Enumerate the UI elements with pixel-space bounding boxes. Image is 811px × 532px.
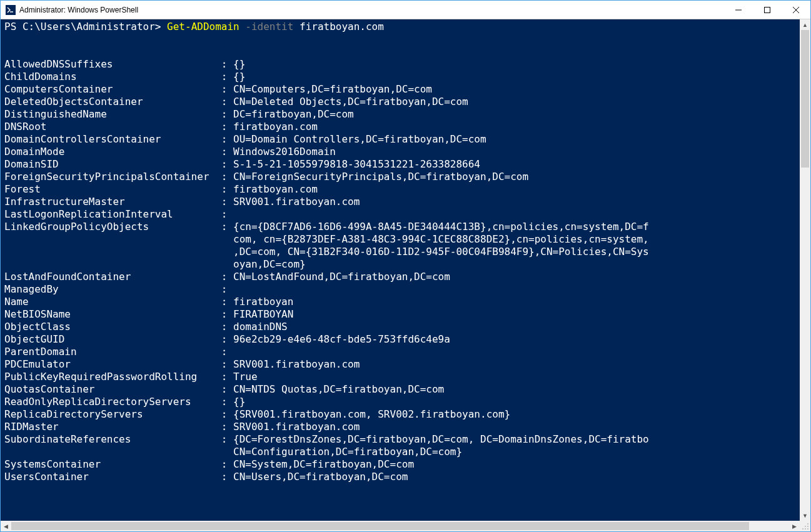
property-row: QuotasContainer : CN=NTDS Quotas,DC=fira…	[4, 383, 444, 395]
property-row: SubordinateReferences : {DC=ForestDnsZon…	[4, 433, 649, 445]
scroll-down-button[interactable]: ▼	[800, 510, 810, 521]
property-row-continuation: CN=Configuration,DC=firatboyan,DC=com}	[4, 446, 462, 458]
property-row: DomainMode : Windows2016Domain	[4, 146, 336, 158]
window-controls	[724, 1, 810, 19]
property-row: DistinguishedName : DC=firatboyan,DC=com	[4, 108, 354, 120]
property-row: PublicKeyRequiredPasswordRolling : True	[4, 371, 258, 383]
minimize-button[interactable]	[724, 1, 753, 19]
vertical-scrollbar[interactable]: ▲ ▼	[800, 19, 810, 521]
property-row: ParentDomain :	[4, 346, 233, 358]
property-row: Forest : firatboyan.com	[4, 183, 318, 195]
scroll-right-button[interactable]: ▶	[789, 521, 800, 531]
property-row: RIDMaster : SRV001.firatboyan.com	[4, 421, 360, 433]
horizontal-scroll-track[interactable]	[11, 521, 789, 531]
property-row: DomainSID : S-1-5-21-1055979818-30415312…	[4, 158, 480, 170]
window-titlebar: Administrator: Windows PowerShell	[1, 1, 810, 19]
scroll-up-button[interactable]: ▲	[800, 19, 810, 30]
prompt-argument: firatboyan.com	[300, 21, 384, 33]
property-row-continuation: ,DC=com, CN={31B2F340-016D-11D2-945F-00C…	[4, 246, 649, 258]
close-button[interactable]	[782, 1, 810, 19]
scroll-left-button[interactable]: ◀	[1, 521, 11, 531]
property-row: ComputersContainer : CN=Computers,DC=fir…	[4, 83, 432, 95]
property-row: ChildDomains : {}	[4, 71, 245, 83]
prompt-parameter: -identit	[239, 21, 300, 33]
property-row: LastLogonReplicationInterval :	[4, 208, 233, 220]
maximize-button[interactable]	[753, 1, 782, 19]
property-row: LinkedGroupPolicyObjects : {cn={D8CF7AD6…	[4, 221, 649, 233]
property-row: ObjectGUID : 96e2cb29-e4e6-48cf-bde5-753…	[4, 333, 450, 345]
property-row-continuation: oyan,DC=com}	[4, 258, 306, 270]
property-row: ForeignSecurityPrincipalsContainer : CN=…	[4, 171, 528, 183]
svg-rect-2	[765, 7, 770, 13]
property-row: DomainControllersContainer : OU=Domain C…	[4, 133, 486, 145]
vertical-scroll-track[interactable]	[800, 30, 810, 510]
terminal-container: PS C:\Users\Administrator> Get-ADDomain …	[1, 19, 810, 531]
svg-point-10	[802, 528, 803, 529]
property-row: AllowedDNSSuffixes : {}	[4, 58, 245, 70]
prompt-command: Get-ADDomain	[167, 21, 239, 33]
horizontal-scrollbar[interactable]: ◀ ▶	[1, 521, 800, 531]
powershell-icon	[6, 5, 16, 15]
property-row: ReplicaDirectoryServers : {SRV001.firatb…	[4, 408, 510, 420]
property-row: ReadOnlyReplicaDirectoryServers : {}	[4, 396, 245, 408]
property-row: SystemsContainer : CN=System,DC=firatboy…	[4, 458, 414, 470]
property-row: InfrastructureMaster : SRV001.firatboyan…	[4, 196, 360, 208]
terminal-output[interactable]: PS C:\Users\Administrator> Get-ADDomain …	[1, 19, 800, 521]
property-row: LostAndFoundContainer : CN=LostAndFound,…	[4, 271, 450, 283]
property-row: Name : firatboyan	[4, 296, 293, 308]
property-row: PDCEmulator : SRV001.firatboyan.com	[4, 358, 360, 370]
svg-point-8	[807, 528, 808, 529]
svg-point-5	[807, 523, 808, 524]
property-row: ManagedBy :	[4, 283, 233, 295]
property-row: DNSRoot : firatboyan.com	[4, 121, 318, 133]
property-row: ObjectClass : domainDNS	[4, 321, 288, 333]
svg-point-6	[807, 526, 808, 527]
horizontal-scroll-thumb[interactable]	[11, 522, 749, 530]
svg-point-7	[805, 526, 806, 527]
property-row: UsersContainer : CN=Users,DC=firatboyan,…	[4, 471, 408, 483]
property-row-continuation: com, cn={B2873DEF-A381-48C3-994C-1CEC88C…	[4, 233, 649, 245]
vertical-scroll-thumb[interactable]	[801, 30, 809, 168]
property-row: NetBIOSName : FIRATBOYAN	[4, 308, 293, 320]
window-title: Administrator: Windows PowerShell	[19, 6, 724, 14]
prompt-prefix: PS C:\Users\Administrator>	[4, 21, 167, 33]
svg-point-9	[805, 528, 806, 529]
resize-grip-icon[interactable]	[800, 521, 810, 531]
property-row: DeletedObjectsContainer : CN=Deleted Obj…	[4, 96, 468, 108]
